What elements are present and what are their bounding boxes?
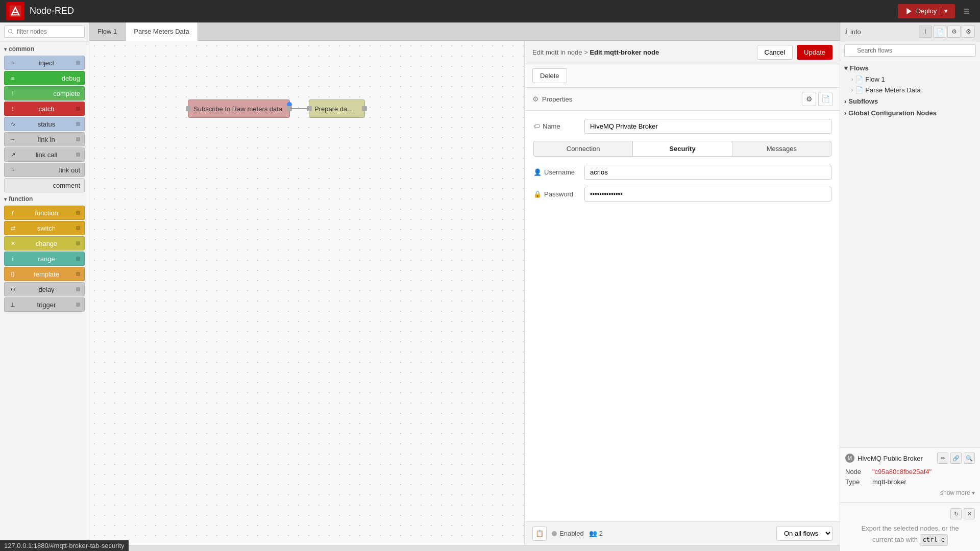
cancel-button[interactable]: Cancel: [757, 45, 793, 60]
filter-nodes-input[interactable]: [4, 26, 85, 38]
node-link-out[interactable]: → link out: [4, 163, 85, 177]
edit-panel: Edit mqtt in node > Edit mqtt-broker nod…: [524, 41, 840, 545]
toolbar-settings-icon[interactable]: ⚙: [802, 92, 816, 106]
node-link-call[interactable]: ↗ link call: [4, 147, 85, 162]
flow-node-label: Subscribe to Raw meters data: [193, 105, 282, 113]
info-icon: i: [845, 28, 847, 36]
tab-parse-meters[interactable]: Parse Meters Data: [126, 22, 198, 41]
node-status[interactable]: ∿ status: [4, 117, 85, 131]
tree-flow2[interactable]: › 📄 Parse Meters Data: [840, 85, 980, 95]
export-action-buttons: ↻ ✕: [950, 508, 975, 519]
node-port: [76, 257, 80, 261]
toolbar-export-icon[interactable]: 📄: [818, 92, 832, 106]
export-refresh-btn[interactable]: ↻: [950, 508, 962, 519]
node-range[interactable]: i range: [4, 252, 85, 266]
node-complete[interactable]: ! complete: [4, 86, 85, 101]
trigger-icon: ⊥: [9, 300, 17, 309]
node-port: [76, 303, 80, 307]
debug-icon: ≡: [9, 74, 17, 82]
info-card-search-btn[interactable]: 🔍: [964, 453, 975, 464]
show-more-link[interactable]: show more ▾: [845, 488, 975, 497]
users-count: 2: [599, 530, 603, 537]
topbar-right: Deploy ▾ ≡: [898, 3, 974, 20]
flow-scope-select[interactable]: On all flows: [776, 526, 832, 541]
tree-flows-section[interactable]: ▾ Flows: [840, 62, 980, 74]
node-link-in[interactable]: → link in: [4, 132, 85, 146]
node-function[interactable]: ƒ function: [4, 206, 85, 220]
tab-security[interactable]: Security: [633, 141, 732, 156]
status-bar: 127.0.0.1:1880/#mqtt-broker-tab-security: [0, 540, 129, 551]
username-label: 👤 Username: [533, 168, 579, 176]
password-input[interactable]: [584, 187, 831, 202]
category-function[interactable]: function: [0, 193, 89, 205]
tree-global-config-section[interactable]: › Global Configuration Nodes: [840, 107, 980, 119]
node-catch[interactable]: ! catch: [4, 102, 85, 116]
node-label: trigger: [37, 301, 56, 309]
comment-icon: [9, 181, 17, 189]
node-label: link in: [38, 136, 55, 143]
canvas-scrollbar[interactable]: [89, 545, 840, 551]
edit-body: 🏷 Name Connection Security: [525, 111, 840, 521]
username-input[interactable]: [584, 165, 831, 180]
node-template[interactable]: {} template: [4, 267, 85, 281]
name-input[interactable]: [584, 119, 831, 134]
node-trigger[interactable]: ⊥ trigger: [4, 297, 85, 312]
node-port: [76, 272, 80, 276]
node-port: [76, 241, 80, 245]
tag-icon: 🏷: [533, 122, 540, 130]
node-comment[interactable]: comment: [4, 178, 85, 192]
info-tab-btn-doc[interactable]: 📄: [933, 26, 946, 38]
info-tab-btn-settings[interactable]: ⚙: [962, 26, 975, 38]
tab-flow1[interactable]: Flow 1: [89, 22, 126, 40]
deploy-button[interactable]: Deploy ▾: [898, 4, 955, 18]
menu-button[interactable]: ≡: [959, 3, 974, 20]
node-switch[interactable]: ⇄ switch: [4, 221, 85, 235]
search-flows-input[interactable]: [844, 44, 976, 57]
node-debug[interactable]: ≡ debug: [4, 71, 85, 85]
flow-node-subscribe[interactable]: Subscribe to Raw meters data: [188, 99, 290, 118]
tree-flow1[interactable]: › 📄 Flow 1: [840, 74, 980, 85]
name-label: 🏷 Name: [533, 122, 579, 130]
flow-node-prepare[interactable]: Prepare da...: [309, 99, 365, 118]
delete-button[interactable]: Delete: [532, 68, 567, 83]
export-close-btn[interactable]: ✕: [964, 508, 975, 519]
flow-canvas[interactable]: Subscribe to Raw meters data Prepare da.…: [89, 41, 840, 545]
port-in: [307, 106, 312, 111]
status-bar-text: 127.0.0.1:1880/#mqtt-broker-tab-security: [4, 542, 125, 549]
footer-export-icon[interactable]: 📋: [532, 527, 547, 541]
export-text: Export the selected nodes, or the curren…: [845, 523, 975, 546]
info-panel: i info i 📄 ⚙ ⚙ ▾ Flows › 📄 Flow 1: [840, 22, 980, 551]
edit-toolbar: ⚙ Properties ⚙ 📄: [525, 88, 840, 111]
info-tab-btn-info[interactable]: i: [919, 26, 932, 38]
node-inject[interactable]: → inject: [4, 56, 85, 70]
update-button[interactable]: Update: [797, 45, 832, 60]
node-port: [76, 107, 80, 111]
info-search: [840, 41, 980, 60]
password-label: 🔒 Password: [533, 190, 579, 198]
deploy-caret[interactable]: ▾: [940, 7, 948, 15]
topbar: Node-RED Deploy ▾ ≡: [0, 0, 980, 22]
properties-label-row: ⚙ Properties: [532, 95, 572, 103]
tab-connection[interactable]: Connection: [534, 141, 633, 156]
info-header: i info i 📄 ⚙ ⚙: [840, 22, 980, 41]
status-icon: ∿: [9, 120, 17, 128]
enabled-badge: Enabled: [552, 530, 584, 537]
chevron-right-icon: ›: [851, 77, 853, 82]
footer-left: 📋 Enabled 👥 2: [532, 527, 603, 541]
node-label: complete: [53, 90, 80, 97]
node-label: function: [35, 209, 58, 217]
node-delay[interactable]: ⊙ delay: [4, 282, 85, 296]
info-card-edit-btn[interactable]: ✏: [937, 453, 948, 464]
info-tab-btn-config[interactable]: ⚙: [947, 26, 961, 38]
node-change[interactable]: ✕ change: [4, 236, 85, 251]
users-badge: 👥 2: [589, 530, 603, 537]
info-card-link-btn[interactable]: 🔗: [950, 453, 962, 464]
nodes-filter-area: [0, 22, 89, 41]
node-label: link call: [36, 151, 58, 159]
tab-messages[interactable]: Messages: [732, 141, 831, 156]
tree-subflows-section[interactable]: › Subflows: [840, 95, 980, 107]
export-section: ↻ ✕ Export the selected nodes, or the cu…: [840, 503, 980, 551]
lock-icon: 🔒: [533, 190, 542, 198]
flow-doc-icon: 📄: [855, 76, 863, 83]
category-common[interactable]: common: [0, 43, 89, 55]
